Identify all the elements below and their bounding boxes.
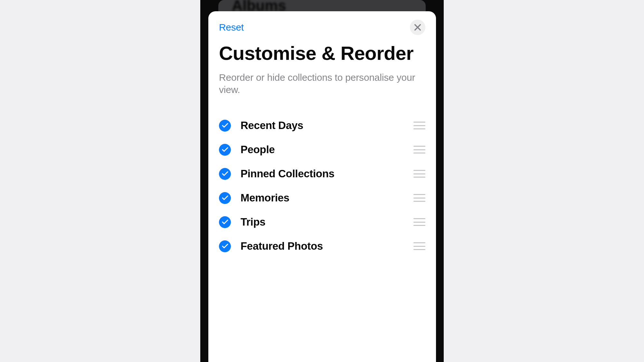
checkmark-icon [222, 147, 228, 152]
customise-reorder-modal: Reset Customise & Reorder Reorder or hid… [208, 11, 436, 362]
list-item-people[interactable]: People [219, 138, 425, 162]
list-item-featured-photos[interactable]: Featured Photos [219, 234, 425, 258]
collections-list: Recent Days People [219, 114, 425, 258]
list-item-memories[interactable]: Memories [219, 186, 425, 210]
item-label: Trips [241, 216, 413, 228]
checkmark-icon [222, 123, 228, 128]
item-label: People [241, 144, 413, 156]
list-item-recent-days[interactable]: Recent Days [219, 114, 425, 138]
reset-button[interactable]: Reset [219, 22, 244, 33]
list-item-trips[interactable]: Trips [219, 210, 425, 234]
modal-title: Customise & Reorder [219, 42, 425, 64]
drag-handle-icon[interactable] [413, 242, 425, 250]
checkmark-icon [222, 219, 228, 225]
phone-frame: Albums Reset Customise & Reorder Reorder… [200, 0, 444, 362]
list-item-pinned-collections[interactable]: Pinned Collections [219, 162, 425, 186]
modal-subtitle: Reorder or hide collections to personali… [219, 71, 425, 96]
drag-handle-icon[interactable] [413, 218, 425, 226]
checkbox[interactable] [219, 192, 231, 204]
item-label: Pinned Collections [241, 168, 413, 180]
drag-handle-icon[interactable] [413, 170, 425, 178]
checkbox[interactable] [219, 120, 231, 132]
close-icon [414, 24, 421, 31]
checkmark-icon [222, 195, 228, 200]
item-label: Featured Photos [241, 240, 413, 252]
checkbox[interactable] [219, 168, 231, 180]
close-button[interactable] [410, 20, 425, 35]
drag-handle-icon[interactable] [413, 146, 425, 153]
checkmark-icon [222, 244, 228, 249]
checkbox[interactable] [219, 240, 231, 252]
checkbox[interactable] [219, 216, 231, 228]
modal-header: Reset [219, 20, 425, 35]
checkbox[interactable] [219, 144, 231, 156]
drag-handle-icon[interactable] [413, 122, 425, 129]
drag-handle-icon[interactable] [413, 194, 425, 202]
item-label: Memories [241, 192, 413, 204]
item-label: Recent Days [241, 119, 413, 132]
checkmark-icon [222, 171, 228, 176]
